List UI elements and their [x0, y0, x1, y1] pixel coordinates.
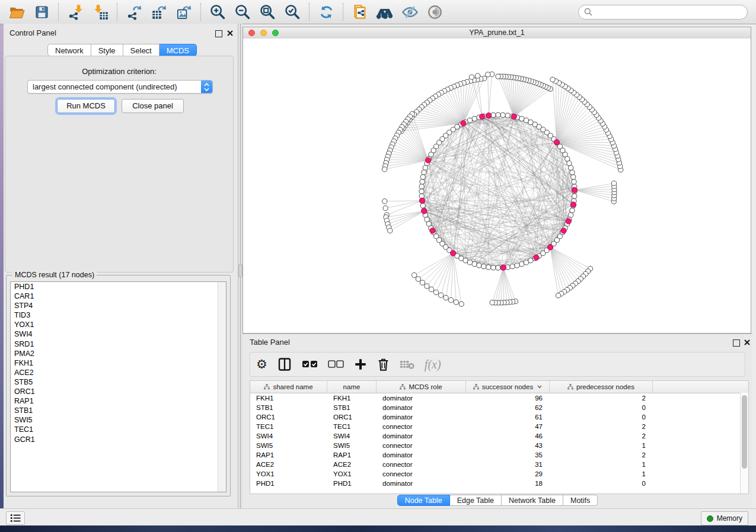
zoom-fit-icon[interactable]	[259, 3, 276, 21]
import-network-icon[interactable]	[66, 3, 84, 21]
close-panel-icon[interactable]	[227, 30, 234, 37]
mcds-result-item[interactable]: SWI5	[11, 415, 226, 425]
table-row[interactable]: RAP1RAP1dominator352	[250, 450, 748, 460]
cell: dominator	[377, 431, 466, 441]
close-panel-button[interactable]: Close panel	[122, 99, 184, 113]
open-session-icon[interactable]	[8, 3, 25, 21]
mcds-result-item[interactable]: CAR1	[11, 291, 226, 301]
add-column-icon[interactable]	[354, 355, 367, 373]
mcds-result-item[interactable]: ORC1	[11, 387, 226, 396]
zoom-in-icon[interactable]	[209, 3, 227, 21]
run-mcds-button[interactable]: Run MCDS	[57, 99, 115, 113]
mcds-result-item[interactable]: PHD1	[11, 282, 226, 291]
zoom-selected-icon[interactable]	[283, 3, 301, 21]
cell: dominator	[377, 450, 466, 460]
cell: 1	[550, 469, 653, 479]
mcds-result-item[interactable]: TID3	[11, 310, 226, 320]
table-settings-gear-icon[interactable]: ⚙	[256, 355, 267, 373]
cell: dominator	[377, 479, 466, 488]
criterion-select[interactable]: largest connected component (undirected)	[27, 80, 213, 94]
cell: 2	[550, 393, 653, 403]
cell: 62	[466, 403, 550, 412]
float-table-panel-icon[interactable]	[733, 339, 740, 347]
show-graphics-eye-icon[interactable]	[426, 3, 444, 21]
table-tab-motifs[interactable]: Motifs	[563, 495, 598, 506]
mcds-result-item[interactable]: STB1	[11, 406, 226, 415]
table-scrollbar[interactable]	[740, 393, 748, 493]
splitter-grip[interactable]	[238, 264, 243, 277]
table-row[interactable]: TEC1TEC1connector472	[250, 422, 748, 431]
table-row[interactable]: FKH1FKH1dominator962	[250, 393, 748, 403]
hide-details-eye-icon[interactable]	[401, 3, 419, 21]
control-tab-network[interactable]: Network	[47, 44, 91, 56]
status-bar: Memory	[0, 508, 756, 525]
desktop-wallpaper-bottom	[0, 525, 756, 532]
cell: ORC1	[327, 412, 377, 422]
memory-button[interactable]: Memory	[701, 511, 748, 525]
export-network-icon[interactable]	[125, 3, 143, 21]
float-panel-icon[interactable]	[215, 30, 222, 37]
mcds-result-item[interactable]: YOX1	[11, 320, 226, 329]
table-row[interactable]: STB1STB1dominator620	[250, 403, 748, 412]
import-table-icon[interactable]	[91, 3, 109, 21]
cell: dominator	[377, 412, 466, 422]
table-scrollbar-thumb[interactable]	[742, 395, 747, 469]
export-image-icon[interactable]	[175, 3, 193, 21]
mcds-result-item[interactable]: FKH1	[11, 358, 226, 368]
function-builder-icon-disabled: f(x)	[425, 355, 441, 373]
column-header-shared-name[interactable]: shared name	[250, 381, 327, 393]
cell: ACE2	[327, 460, 377, 469]
table-row[interactable]: ACE2ACE2connector311	[250, 460, 748, 469]
select-all-rows-icon[interactable]	[302, 355, 318, 373]
column-header-successor-nodes[interactable]: successor nodes	[466, 381, 550, 393]
criterion-select-value: largest connected component (undirected)	[28, 82, 201, 91]
task-history-button[interactable]	[6, 511, 25, 525]
network-graph[interactable]	[243, 39, 751, 333]
table-tab-node-table[interactable]: Node Table	[397, 495, 450, 506]
save-session-icon[interactable]	[33, 3, 50, 21]
mcds-result-item[interactable]: RAP1	[11, 396, 226, 406]
mcds-list-scrollbar[interactable]	[218, 282, 226, 492]
table-row[interactable]: PHD1PHD1dominator180	[250, 479, 748, 488]
column-header-MCDS-role[interactable]: MCDS role	[377, 381, 466, 393]
column-header-name[interactable]: name	[327, 381, 377, 393]
cell: SWI5	[327, 441, 377, 450]
delete-column-trash-icon[interactable]	[377, 355, 390, 373]
deselect-all-rows-icon[interactable]	[328, 355, 344, 373]
search-icon	[584, 8, 592, 16]
share-document-icon[interactable]	[351, 3, 369, 21]
mcds-result-item[interactable]: SWI4	[11, 329, 226, 339]
memory-status-dot	[707, 515, 713, 522]
control-tab-select[interactable]: Select	[123, 44, 160, 56]
show-columns-icon[interactable]	[277, 355, 292, 373]
column-header-predecessor-nodes[interactable]: predecessor nodes	[550, 381, 653, 393]
table-tab-network-table[interactable]: Network Table	[502, 495, 563, 506]
network-search-box[interactable]	[578, 5, 748, 20]
mcds-result-item[interactable]: ACE2	[11, 368, 226, 377]
refresh-icon[interactable]	[317, 3, 335, 21]
search-input[interactable]	[596, 7, 742, 17]
mcds-result-item[interactable]: PMA2	[11, 349, 226, 358]
search-network-icon[interactable]	[376, 3, 394, 21]
network-canvas[interactable]	[243, 39, 751, 333]
mcds-result-item[interactable]: TEC1	[11, 425, 226, 434]
zoom-out-icon[interactable]	[234, 3, 251, 21]
export-table-icon[interactable]	[150, 3, 168, 21]
table-row[interactable]: ORC1ORC1dominator610	[250, 412, 748, 422]
table-row[interactable]: SWI5SWI5connector431	[250, 441, 748, 450]
mcds-result-item[interactable]: SRD1	[11, 339, 226, 349]
mcds-result-item[interactable]: GCR1	[11, 435, 226, 444]
table-row[interactable]: SWI4SWI4dominator462	[250, 431, 748, 441]
control-tab-style[interactable]: Style	[91, 44, 123, 56]
node-table: shared namenameMCDS rolesuccessor nodesp…	[250, 380, 749, 494]
cell: YOX1	[327, 469, 377, 479]
control-panel-tab-bar: NetworkStyleSelectMCDS	[47, 44, 197, 56]
table-tab-edge-table[interactable]: Edge Table	[450, 495, 502, 506]
mcds-result-item[interactable]: STP4	[11, 301, 226, 310]
close-table-panel-icon[interactable]	[744, 339, 751, 346]
table-row[interactable]: YOX1YOX1connector291	[250, 469, 748, 479]
main-toolbar	[0, 0, 756, 24]
control-tab-mcds[interactable]: MCDS	[160, 44, 197, 56]
cell: dominator	[377, 393, 466, 403]
mcds-result-item[interactable]: STB5	[11, 377, 226, 387]
